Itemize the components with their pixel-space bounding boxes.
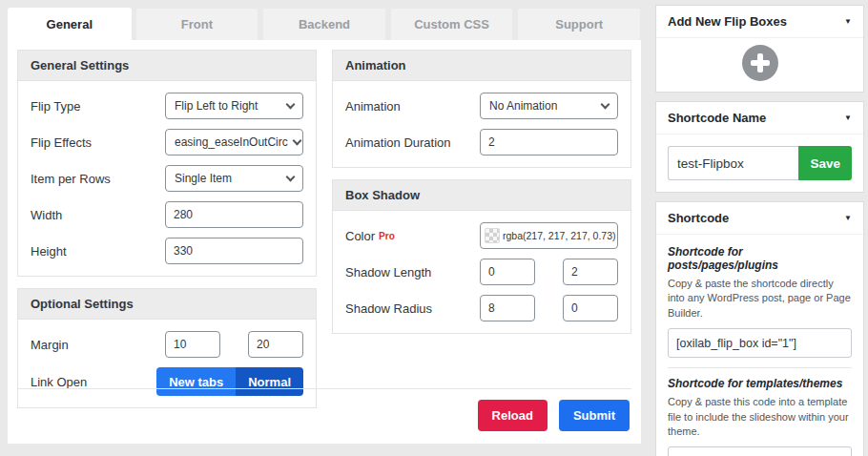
margin-row: Margin (31, 331, 303, 358)
settings-columns: General Settings Flip Type Flip Left to … (17, 50, 631, 388)
shortcode-themes-description: Copy & paste this code into a template f… (668, 395, 852, 439)
divider (668, 367, 852, 368)
middle-column: Animation Animation No Animation Animati… (332, 50, 631, 388)
box-shadow-title: Box Shadow (333, 180, 630, 211)
flip-type-label: Flip Type (31, 99, 81, 114)
height-row: Height (31, 238, 303, 264)
shadow-length-inputs (480, 259, 618, 285)
box-shadow-body: ColorPro rgba(217, 217, 217, 0.73) Shado… (333, 211, 630, 333)
add-new-plus-icon[interactable] (742, 45, 778, 81)
shadow-color-row: ColorPro rgba(217, 217, 217, 0.73) (345, 222, 618, 249)
shortcode-name-title: Shortcode Name (668, 111, 766, 125)
item-per-rows-label: Item per Rows (31, 172, 111, 186)
chevron-down-icon (286, 173, 296, 182)
general-settings-body: Flip Type Flip Left to Right Flip Effect… (18, 81, 316, 276)
shadow-radius-spread-input[interactable] (563, 295, 618, 321)
box-shadow-panel: Box Shadow ColorPro rgba(217, 217, 217, … (332, 179, 631, 334)
flip-effects-selected-value: easing_easeInOutCirc (175, 135, 288, 149)
animation-duration-row: Animation Duration (345, 129, 618, 155)
flip-effects-select[interactable]: easing_easeInOutCirc (165, 129, 303, 155)
width-row: Width (31, 201, 303, 228)
tab-support[interactable]: Support (517, 8, 641, 40)
animation-select[interactable]: No Animation (480, 93, 618, 119)
caret-down-icon: ▼ (844, 114, 852, 122)
shortcode-header[interactable]: Shortcode ▼ (656, 202, 863, 235)
shortcode-body: Shortcode for posts/pages/plugins Copy &… (656, 235, 863, 456)
caret-down-icon: ▼ (844, 17, 852, 26)
flip-effects-row: Flip Effects easing_easeInOutCirc (31, 129, 303, 155)
flip-type-selected-value: Flip Left to Right (175, 99, 258, 113)
shadow-color-picker[interactable]: rgba(217, 217, 217, 0.73) (480, 222, 618, 249)
item-per-rows-row: Item per Rows Single Item (31, 165, 303, 192)
item-per-rows-select[interactable]: Single Item (165, 165, 303, 192)
shortcode-posts-code-input[interactable] (668, 328, 852, 358)
tab-general[interactable]: General (8, 8, 132, 40)
shadow-color-label: ColorPro (345, 229, 395, 243)
shortcode-panel: Shortcode ▼ Shortcode for posts/pages/pl… (655, 201, 864, 456)
animation-panel: Animation Animation No Animation Animati… (332, 50, 631, 168)
shadow-radius-row: Shadow Radius (345, 295, 618, 321)
chevron-down-icon (292, 136, 301, 146)
animation-selected-value: No Animation (489, 99, 557, 113)
chevron-down-icon (601, 100, 610, 110)
flip-type-row: Flip Type Flip Left to Right (31, 93, 303, 119)
add-new-flip-boxes-panel: Add New Flip Boxes ▼ (655, 5, 864, 93)
settings-main-area: General Front Backend Custom CSS Support… (8, 8, 641, 444)
shadow-radius-blur-input[interactable] (480, 295, 535, 321)
chevron-down-icon (286, 100, 296, 110)
shortcode-name-input[interactable] (668, 146, 798, 180)
height-input[interactable] (165, 238, 303, 264)
link-open-label: Link Open (31, 375, 87, 389)
margin-bottom-input[interactable] (248, 331, 303, 358)
shortcode-name-header[interactable]: Shortcode Name ▼ (656, 102, 863, 135)
general-tab-content: General Settings Flip Type Flip Left to … (8, 40, 641, 444)
shadow-length-x-input[interactable] (480, 259, 535, 285)
animation-duration-label: Animation Duration (345, 135, 451, 150)
width-input[interactable] (165, 201, 303, 228)
shadow-length-label: Shadow Length (345, 265, 431, 280)
shortcode-themes-code-input[interactable] (668, 446, 852, 456)
shadow-radius-inputs (480, 295, 618, 321)
shortcode-posts-heading: Shortcode for posts/pages/plugins (668, 245, 852, 272)
flip-type-select[interactable]: Flip Left to Right (165, 93, 303, 119)
margin-inputs (165, 331, 303, 358)
shortcode-name-panel: Shortcode Name ▼ Save (655, 101, 864, 193)
add-new-flip-boxes-header[interactable]: Add New Flip Boxes ▼ (656, 6, 863, 38)
width-label: Width (31, 208, 62, 222)
animation-label: Animation (345, 99, 401, 114)
caret-down-icon: ▼ (844, 214, 852, 222)
sidebar: Add New Flip Boxes ▼ Shortcode Name ▼ Sa… (655, 5, 864, 456)
flip-effects-label: Flip Effects (31, 135, 92, 150)
tab-custom-css[interactable]: Custom CSS (390, 8, 514, 40)
reload-button[interactable]: Reload (478, 400, 548, 431)
shortcode-name-body: Save (656, 135, 863, 192)
item-per-rows-selected-value: Single Item (175, 172, 232, 185)
color-swatch-icon (485, 228, 500, 243)
animation-row: Animation No Animation (345, 93, 618, 119)
shadow-length-row: Shadow Length (345, 259, 618, 285)
height-label: Height (31, 244, 67, 259)
general-settings-panel: General Settings Flip Type Flip Left to … (17, 50, 317, 277)
submit-button[interactable]: Submit (559, 400, 630, 431)
margin-top-input[interactable] (165, 331, 220, 358)
general-settings-title: General Settings (18, 51, 316, 81)
tab-backend[interactable]: Backend (262, 8, 386, 40)
shadow-length-y-input[interactable] (563, 259, 618, 285)
tab-bar: General Front Backend Custom CSS Support (8, 8, 641, 40)
shortcode-posts-description: Copy & paste the shortcode directly into… (668, 277, 852, 321)
add-new-flip-boxes-title: Add New Flip Boxes (668, 14, 787, 29)
animation-duration-input[interactable] (480, 129, 618, 155)
left-column: General Settings Flip Type Flip Left to … (17, 50, 317, 388)
shadow-radius-label: Shadow Radius (345, 301, 432, 316)
shortcode-title: Shortcode (668, 211, 729, 225)
animation-body: Animation No Animation Animation Duratio… (333, 81, 630, 167)
form-actions: Reload Submit (17, 388, 631, 434)
shortcode-name-input-group: Save (668, 146, 852, 180)
save-button[interactable]: Save (798, 146, 852, 180)
shadow-color-value: rgba(217, 217, 217, 0.73) (503, 230, 616, 241)
shortcode-themes-heading: Shortcode for templates/themes (668, 377, 852, 390)
pro-badge: Pro (379, 231, 395, 241)
margin-label: Margin (31, 338, 69, 352)
optional-settings-title: Optional Settings (18, 289, 316, 320)
tab-front[interactable]: Front (135, 8, 259, 40)
